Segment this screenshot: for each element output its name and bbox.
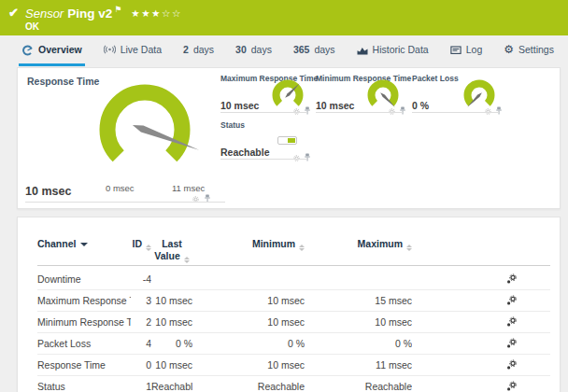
table-body: Downtime -4 Maximum Response Ti... 3 10 … [37, 266, 550, 392]
cell-maximum: 11 msec [305, 355, 412, 375]
channel-settings-icon[interactable] [506, 338, 517, 348]
cell-last-value: 10 msec [151, 290, 192, 311]
cell-channel: Packet Loss [37, 333, 131, 354]
gauge-settings-icon[interactable] [484, 103, 492, 119]
column-header-label: Maximum [358, 238, 403, 249]
tab-settings[interactable]: ⚙ Settings [501, 35, 557, 66]
status-panel-label: Status [220, 120, 245, 130]
cell-last-value [151, 269, 192, 289]
tab-number: 2 [183, 44, 189, 55]
primary-gauge-value: 10 msec [25, 185, 71, 198]
cell-minimum [192, 269, 305, 289]
channel-settings-icon[interactable] [506, 316, 517, 327]
status-channel-panel[interactable]: Status Reachable [220, 120, 307, 160]
tab-overview[interactable]: Overview [19, 35, 85, 66]
mini-gauge-value: 10 msec [220, 100, 259, 111]
cell-id: 0 [131, 355, 151, 375]
broadcast-icon [104, 44, 116, 55]
channel-settings-icon[interactable] [506, 273, 517, 284]
mini-gauge-packet-loss[interactable]: Packet Loss 0 % [412, 74, 499, 113]
tab-label: days [314, 44, 334, 55]
tab-label: Overview [38, 44, 82, 55]
tab-2-days[interactable]: 2 days [180, 35, 217, 66]
tab-label: Settings [518, 44, 554, 55]
gear-icon: ⚙ [504, 44, 514, 55]
channel-settings-icon[interactable] [506, 359, 517, 370]
pin-icon[interactable] [204, 190, 211, 207]
pin-icon[interactable] [304, 103, 311, 119]
mini-gauge-minimum-response-time[interactable]: Minimum Response Time 10 msec [316, 74, 403, 113]
table-row: Response Time 0 10 msec 10 msec 11 msec [37, 355, 550, 376]
cell-maximum [305, 269, 412, 289]
column-header-minimum[interactable]: Minimum [192, 238, 305, 251]
table-row: Packet Loss 4 0 % 0 % 0 % [37, 333, 550, 355]
overview-panel: Response Time 0 msec 11 msec 10 msec [17, 67, 561, 209]
column-header-id[interactable]: ID [131, 238, 151, 251]
tab-30-days[interactable]: 30 days [233, 35, 275, 66]
cell-channel: Minimum Response Time [37, 312, 131, 332]
cell-id: 3 [131, 290, 151, 311]
tab-log[interactable]: Log [447, 35, 486, 66]
gauge-scale-min: 0 msec [106, 183, 135, 193]
cell-minimum: 10 msec [192, 312, 305, 332]
status-panel-value: Reachable [220, 147, 270, 158]
object-kind-label: Sensor [25, 7, 64, 21]
table-row: Minimum Response Time 2 10 msec 10 msec … [37, 312, 550, 333]
mini-gauge-maximum-response-time[interactable]: Maximum Response Time 10 msec [220, 74, 307, 113]
cell-id: -4 [131, 269, 151, 289]
divider [316, 112, 403, 113]
gauge-icon [21, 44, 34, 56]
cell-channel: Response Time [37, 355, 131, 375]
column-header-channel[interactable]: Channel [37, 238, 131, 250]
mini-gauge-value: 0 % [412, 100, 429, 111]
gauge-settings-icon[interactable] [292, 103, 301, 119]
table-row: Maximum Response Ti... 3 10 msec 10 msec… [37, 290, 550, 312]
gauge-settings-icon[interactable] [292, 149, 301, 166]
channels-table: Channel ID Last Value Minimum Maximum Do… [17, 217, 561, 392]
sort-icon [406, 245, 412, 251]
tab-live-data[interactable]: Live Data [101, 35, 164, 66]
cell-maximum: 15 msec [305, 290, 412, 311]
column-header-label: Channel [37, 238, 76, 249]
cell-maximum: 0 % [305, 333, 412, 354]
divider [25, 202, 225, 203]
column-header-label: Minimum [252, 238, 295, 249]
pin-icon[interactable] [304, 149, 311, 166]
tab-historic-data[interactable]: Historic Data [354, 35, 432, 66]
column-header-label: ID [133, 238, 143, 249]
tab-label: days [251, 44, 272, 55]
sensor-title-line: SensorPing v2⚑★★★☆☆ [25, 5, 182, 21]
divider [412, 112, 499, 113]
status-indicator [277, 136, 297, 145]
table-row: Status 1 Reachable Reachable Reachable [37, 376, 550, 392]
cell-channel: Downtime [37, 269, 131, 289]
priority-stars[interactable]: ★★★☆☆ [131, 7, 182, 19]
flag-icon[interactable]: ⚑ [114, 5, 121, 14]
cell-last-value: 0 % [151, 333, 192, 354]
cell-last-value: 10 msec [151, 312, 192, 332]
tab-365-days[interactable]: 365 days [291, 35, 338, 66]
gauge-settings-icon[interactable] [388, 103, 396, 119]
cell-last-value: Reachable [151, 376, 192, 392]
channel-settings-icon[interactable] [506, 295, 517, 305]
sort-desc-icon [80, 243, 88, 246]
cell-minimum: 10 msec [192, 355, 305, 375]
sensor-status-badge: OK [25, 21, 39, 32]
gauge-settings-icon[interactable] [192, 190, 200, 207]
tab-number: 30 [235, 44, 247, 55]
pin-icon[interactable] [399, 103, 406, 119]
sensor-title: Ping v2 [67, 7, 112, 21]
mini-gauge-value: 10 msec [316, 100, 354, 111]
response-time-gauge[interactable] [84, 74, 206, 186]
tab-bar: Overview Live Data 2 days 30 days 365 da… [0, 35, 568, 66]
column-header-last-value[interactable]: Last Value [151, 238, 192, 263]
channel-settings-icon[interactable] [506, 381, 517, 391]
column-header-maximum[interactable]: Maximum [305, 238, 412, 251]
tab-label: Log [466, 44, 483, 55]
cell-minimum: 0 % [192, 333, 305, 354]
log-icon [450, 45, 462, 55]
cell-id: 4 [131, 333, 151, 354]
cell-channel: Maximum Response Ti... [37, 290, 131, 311]
pin-icon[interactable] [495, 103, 503, 119]
cell-id: 1 [131, 376, 151, 392]
